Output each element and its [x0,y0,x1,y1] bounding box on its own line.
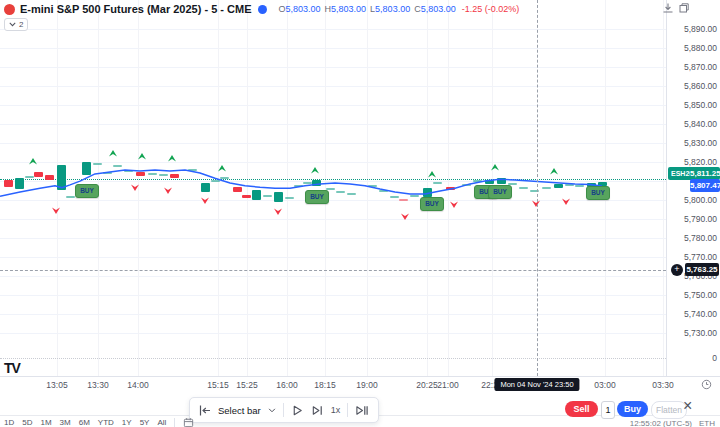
ma-line [0,0,666,376]
symbol-title[interactable]: E-mini S&P 500 Futures (Mar 2025) - 5 - … [20,3,251,15]
timezone-clock-icon[interactable] [701,379,712,390]
price-tick-label: 5,740.00 [684,309,717,319]
step-forward-icon[interactable] [311,404,324,417]
divider [174,418,175,427]
close-icon[interactable]: × [683,398,692,414]
chart-window-controls [662,2,690,14]
low-value: 5,803.00 [375,4,410,14]
ma-value-label: 5,807.47 [690,179,720,192]
chart-widget: BUYBUYBUYBUYBUYBUY E-mini S&P 500 Future… [0,0,720,427]
price-tick-label: 5,830.00 [684,138,717,148]
range-button-5d[interactable]: 5D [22,418,32,427]
range-button-1d[interactable]: 1D [4,418,14,427]
range-button-5y[interactable]: 5Y [140,418,150,427]
sell-arrow-icon [51,207,61,215]
sell-arrow-icon [273,208,283,216]
buy-arrow-icon [217,164,227,172]
buy-button[interactable]: Buy [617,401,648,417]
sell-button[interactable]: Sell [565,401,598,417]
range-button-ytd[interactable]: YTD [98,418,114,427]
divider [283,403,284,417]
restore-window-icon[interactable] [678,2,690,14]
price-tick-label: 5,790.00 [684,214,717,224]
indicators-collapse-button[interactable]: 2 [4,18,28,31]
price-tick-label: 5,800.00 [684,195,717,205]
symbol-logo-icon [4,4,15,15]
price-tick-label: 5,730.00 [684,328,717,338]
buy-arrow-icon [28,157,38,165]
sell-arrow-icon [130,184,140,192]
tradingview-logo[interactable]: TV [4,360,20,376]
time-tick-label: 20:25 [416,380,437,390]
change-value: -1.25 (-0.02%) [462,4,520,14]
flatten-button[interactable]: Flatten [651,401,687,419]
price-tick-label: 5,870.00 [684,62,717,72]
quantity-field[interactable]: 1 [601,401,615,419]
price-tick-label: 5,860.00 [684,81,717,91]
buy-order-label: BUY [488,185,512,199]
jump-to-end-icon[interactable] [355,404,369,417]
bottom-toolbar: Select bar 1x Sell 1 Buy Flatten × 1D5D1… [0,392,720,427]
time-tick-label: 15:15 [207,380,228,390]
price-axis[interactable]: 5,890.005,880.005,870.005,860.005,850.00… [666,0,720,376]
time-tick-label: 18:15 [314,380,335,390]
sell-arrow-icon [400,213,410,221]
price-tick-label: 5,880.00 [684,43,717,53]
play-icon[interactable] [291,404,304,417]
price-tick-label: 5,820.00 [684,157,717,167]
replay-speed-button[interactable]: 1x [331,405,341,415]
last-price-label: 5,811.25 [690,167,720,180]
open-value: 5,803.00 [286,4,321,14]
price-tick-label: 5,840.00 [684,119,717,129]
open-label: O [278,4,285,14]
exchange-logo-icon [258,5,267,14]
buy-order-label: BUY [305,190,329,204]
range-button-1y[interactable]: 1Y [122,418,132,427]
buy-order-label: BUY [75,184,99,198]
buy-arrow-icon [310,166,320,174]
symbol-header: E-mini S&P 500 Futures (Mar 2025) - 5 - … [4,3,519,15]
divider [347,403,348,417]
current-time[interactable]: 12:55:02 (UTC-5) [630,419,692,427]
session-type[interactable]: ETH [699,419,715,427]
time-tick-label: 19:00 [356,380,377,390]
calendar-icon[interactable] [183,417,194,427]
chevron-down-icon [9,22,16,27]
time-axis[interactable]: 13:0513:3014:0015:1515:2516:0018:1519:00… [0,376,720,393]
price-tick-label: 5,750.00 [684,290,717,300]
sell-arrow-icon [561,198,571,206]
sell-arrow-icon [531,200,541,208]
crosshair-horizontal [0,270,666,271]
select-bar-icon [199,404,211,417]
crosshair-price-label: 5,763.25 [685,263,719,276]
select-bar-button[interactable]: Select bar [218,405,261,416]
chevron-down-icon[interactable] [268,408,276,413]
price-tick-label: 5,850.00 [684,100,717,110]
chart-pane[interactable]: BUYBUYBUYBUYBUYBUY E-mini S&P 500 Future… [0,0,666,376]
time-tick-label: 13:30 [87,380,108,390]
close-value: 5,803.00 [421,4,456,14]
sell-arrow-icon [200,197,210,205]
crosshair-time-label: Mon 04 Nov '24 23:50 [494,378,579,391]
buy-order-label: BUY [586,186,610,200]
time-tick-label: 13:05 [46,380,67,390]
range-button-all[interactable]: All [157,418,166,427]
buy-arrow-icon [427,170,437,178]
time-tick-label: 03:00 [594,380,615,390]
buy-arrow-icon [108,149,118,157]
time-tick-label: 03:30 [652,380,673,390]
buy-order-label: BUY [420,197,444,211]
buy-arrow-icon [167,154,177,162]
range-button-1m[interactable]: 1M [40,418,51,427]
price-tick-label: 5,780.00 [684,233,717,243]
add-alert-icon[interactable]: + [671,264,683,276]
buy-arrow-icon [137,152,147,160]
price-tick-label: 5,770.00 [684,252,717,262]
range-button-3m[interactable]: 3M [60,418,71,427]
crosshair-vertical [537,0,538,376]
download-icon[interactable] [662,2,674,14]
indicators-count: 2 [19,20,23,29]
sell-arrow-icon [449,201,459,209]
range-button-6m[interactable]: 6M [79,418,90,427]
date-range-row: 1D5D1M3M6MYTD1Y5YAll [4,417,194,427]
